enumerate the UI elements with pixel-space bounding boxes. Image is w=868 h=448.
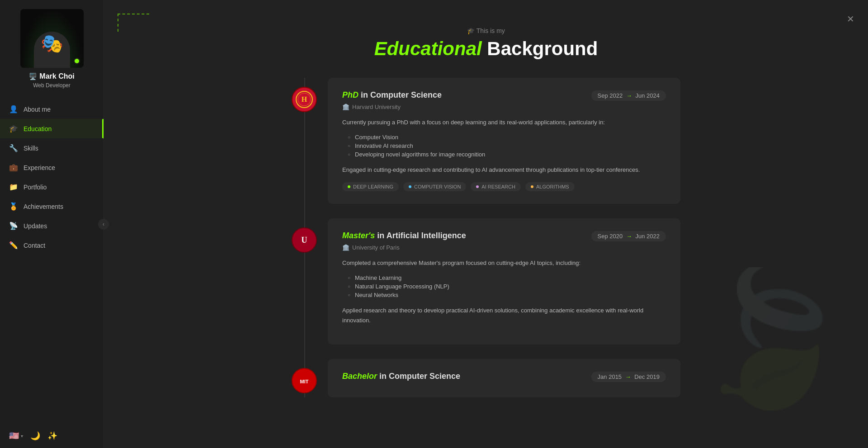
phd-university: 🏛️ Harvard University	[342, 104, 666, 110]
masters-card-header: Master's in Artificial Intelligence Sep …	[342, 231, 666, 241]
sidebar-item-about[interactable]: 👤 About me	[0, 99, 104, 119]
decorative-corner	[118, 14, 149, 32]
tag-dot	[409, 185, 411, 188]
phd-card-header: PhD in Computer Science Sep 2022 → Jun 2…	[342, 90, 666, 101]
profile-title: Web Developer	[33, 82, 71, 89]
phd-description: Currently pursuing a PhD with a focus on…	[342, 118, 666, 127]
tag-dot	[531, 185, 533, 188]
building-icon: 🏛️	[342, 244, 349, 251]
sidebar-item-education[interactable]: 🎓 Education	[0, 119, 104, 138]
sidebar-item-contact[interactable]: ✏️ Contact	[0, 236, 104, 255]
sidebar-item-experience[interactable]: 💼 Experience	[0, 158, 104, 177]
page-title: Educational Background	[292, 38, 680, 60]
tag-computer-vision: COMPUTER VISION	[403, 182, 466, 191]
background-decoration: 🍃	[687, 267, 868, 448]
bachelor-date: Jan 2015 → Dec 2019	[591, 372, 666, 382]
flag-icon: 🇺🇸	[9, 431, 19, 441]
masters-degree: Master's in Artificial Intelligence	[342, 231, 466, 241]
monitor-icon: 🖥️	[29, 73, 37, 80]
sidebar-item-portfolio[interactable]: 📁 Portfolio	[0, 177, 104, 197]
skills-icon: 🔧	[9, 144, 18, 152]
experience-icon: 💼	[9, 163, 18, 172]
about-icon: 👤	[9, 105, 18, 113]
building-icon: 🏛️	[342, 104, 349, 110]
list-item: Developing novel algorithms for image re…	[348, 151, 666, 158]
avatar	[20, 9, 84, 68]
portfolio-icon: 📁	[9, 183, 18, 191]
page-subtitle: 🎓 This is my	[292, 27, 680, 34]
main-content: ✕ 🍃 🎓 This is my Educational Background …	[104, 0, 868, 448]
education-card-masters: U Master's in Artificial Intelligence Se…	[328, 218, 680, 344]
list-item: Neural Networks	[348, 292, 666, 298]
bachelor-card-header: Bachelor in Computer Science Jan 2015 → …	[342, 372, 666, 382]
dropdown-arrow-icon: ▾	[21, 434, 23, 439]
contact-icon: ✏️	[9, 241, 18, 250]
sidebar-item-achievements[interactable]: 🏅 Achievements	[0, 197, 104, 216]
sidebar: 🖥️ Mark Choi Web Developer 👤 About me 🎓 …	[0, 0, 104, 448]
list-item: Machine Learning	[348, 274, 666, 281]
tag-ai-research: AI RESEARCH	[471, 182, 521, 191]
harvard-icon: H	[292, 87, 317, 112]
list-item: Computer Vision	[348, 134, 666, 141]
language-selector[interactable]: 🇺🇸 ▾	[9, 431, 23, 441]
masters-footer: Applied research and theory to develop p…	[342, 306, 666, 325]
page-title-highlight: Educational	[374, 38, 482, 59]
svg-text:U: U	[302, 236, 307, 245]
masters-description: Completed a comprehensive Master's progr…	[342, 258, 666, 268]
education-timeline: H PhD in Computer Science Sep 2022 → Jun…	[292, 78, 680, 397]
close-button[interactable]: ✕	[847, 14, 854, 24]
list-item: Innovative AI research	[348, 142, 666, 149]
phd-date: Sep 2022 → Jun 2024	[591, 90, 666, 101]
magic-button[interactable]: ✨	[47, 431, 57, 441]
education-card-bachelor: MIT Bachelor in Computer Science Jan 201…	[328, 359, 680, 397]
masters-topics: Machine Learning Natural Language Proces…	[348, 274, 666, 298]
phd-tags: DEEP LEARNING COMPUTER VISION AI RESEARC…	[342, 182, 666, 191]
nav-menu: 👤 About me 🎓 Education 🔧 Skills 💼 Experi…	[0, 99, 104, 255]
mit-icon: MIT	[292, 368, 317, 393]
updates-icon: 📡	[9, 222, 18, 230]
education-icon: 🎓	[9, 124, 18, 133]
phd-footer: Engaged in cutting-edge research and con…	[342, 165, 666, 175]
tag-dot	[476, 185, 479, 188]
achievements-icon: 🏅	[9, 202, 18, 211]
page-title-normal: Background	[482, 38, 598, 59]
tag-dot	[348, 185, 350, 188]
svg-text:H: H	[302, 95, 307, 103]
masters-university: 🏛️ University of Paris	[342, 244, 666, 251]
phd-topics: Computer Vision Innovative AI research D…	[348, 134, 666, 158]
sidebar-item-skills[interactable]: 🔧 Skills	[0, 138, 104, 158]
paris-icon: U	[292, 227, 317, 253]
profile-name: 🖥️ Mark Choi	[29, 72, 74, 80]
sidebar-item-updates[interactable]: 📡 Updates	[0, 216, 104, 236]
list-item: Natural Language Processing (NLP)	[348, 283, 666, 290]
tag-algorithms: ALGORITHMS	[525, 182, 575, 191]
phd-degree: PhD in Computer Science	[342, 90, 442, 100]
svg-text:MIT: MIT	[300, 379, 309, 384]
masters-date: Sep 2020 → Jun 2022	[591, 231, 666, 241]
theme-toggle[interactable]: 🌙	[30, 431, 40, 441]
bachelor-degree: Bachelor in Computer Science	[342, 372, 460, 381]
sidebar-collapse-button[interactable]: ‹	[98, 219, 109, 230]
page-header: 🎓 This is my Educational Background	[292, 18, 680, 60]
sidebar-bottom: 🇺🇸 ▾ 🌙 ✨	[0, 424, 104, 448]
online-indicator	[74, 58, 80, 64]
education-card-phd: H PhD in Computer Science Sep 2022 → Jun…	[328, 78, 680, 204]
tag-deep-learning: DEEP LEARNING	[342, 182, 399, 191]
